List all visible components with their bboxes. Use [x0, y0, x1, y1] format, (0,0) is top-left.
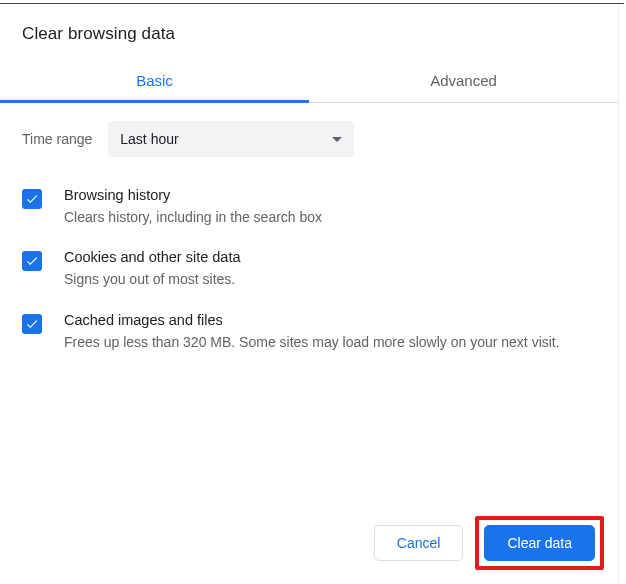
clear-data-button[interactable]: Clear data — [484, 525, 595, 561]
option-browsing-history: Browsing history Clears history, includi… — [22, 173, 596, 235]
option-desc: Clears history, including in the search … — [64, 207, 596, 227]
cancel-button-label: Cancel — [397, 535, 441, 551]
option-desc: Frees up less than 320 MB. Some sites ma… — [64, 332, 596, 352]
option-body: Cached images and files Frees up less th… — [64, 312, 596, 352]
option-body: Cookies and other site data Signs you ou… — [64, 249, 596, 289]
checkbox-cached[interactable] — [22, 314, 42, 334]
tab-basic-label: Basic — [136, 72, 173, 89]
checkbox-browsing-history[interactable] — [22, 189, 42, 209]
time-range-label: Time range — [22, 131, 92, 147]
time-range-row: Time range Last hour — [0, 103, 618, 165]
checkbox-cookies[interactable] — [22, 251, 42, 271]
tab-basic[interactable]: Basic — [0, 62, 309, 102]
option-title: Browsing history — [64, 187, 596, 203]
option-cached: Cached images and files Frees up less th… — [22, 298, 596, 360]
cancel-button[interactable]: Cancel — [374, 525, 464, 561]
option-body: Browsing history Clears history, includi… — [64, 187, 596, 227]
vertical-scrollbar[interactable] — [619, 4, 625, 580]
options-list: Browsing history Clears history, includi… — [0, 165, 618, 360]
dialog-buttons: Cancel Clear data — [374, 516, 604, 570]
chevron-down-icon — [332, 132, 342, 146]
time-range-value: Last hour — [120, 131, 178, 147]
option-title: Cached images and files — [64, 312, 596, 328]
option-desc: Signs you out of most sites. — [64, 269, 596, 289]
dialog-title: Clear browsing data — [0, 4, 618, 62]
tab-strip: Basic Advanced — [0, 62, 618, 103]
clear-browsing-data-dialog: Clear browsing data Basic Advanced Time … — [0, 4, 619, 584]
option-cookies: Cookies and other site data Signs you ou… — [22, 235, 596, 297]
tab-advanced[interactable]: Advanced — [309, 62, 618, 102]
tab-advanced-label: Advanced — [430, 72, 497, 89]
annotation-highlight: Clear data — [475, 516, 604, 570]
clear-data-button-label: Clear data — [507, 535, 572, 551]
option-title: Cookies and other site data — [64, 249, 596, 265]
time-range-select[interactable]: Last hour — [108, 121, 354, 157]
